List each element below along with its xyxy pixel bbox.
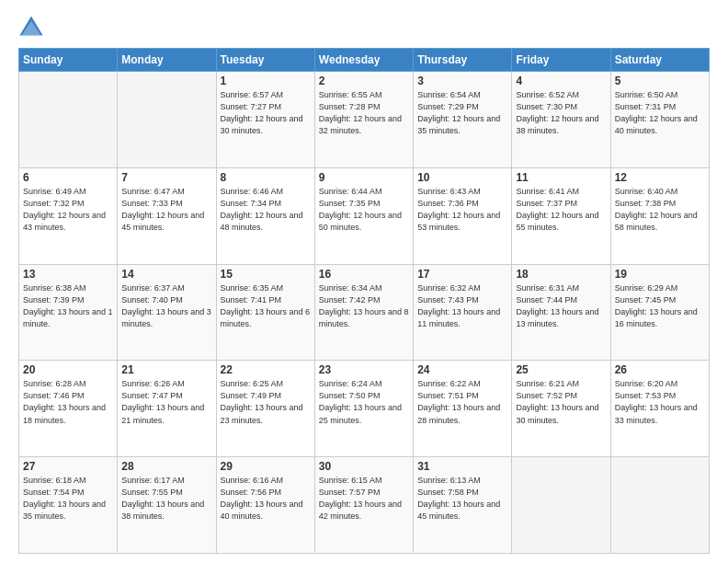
day-number: 29 [221,460,311,473]
calendar-cell: 18Sunrise: 6:31 AMSunset: 7:44 PMDayligh… [512,264,610,361]
day-number: 27 [23,460,113,473]
day-info: Sunrise: 6:21 AMSunset: 7:52 PMDaylight:… [516,378,606,426]
calendar-cell: 15Sunrise: 6:35 AMSunset: 7:41 PMDayligh… [216,264,314,361]
calendar-cell: 14Sunrise: 6:37 AMSunset: 7:40 PMDayligh… [118,264,216,361]
day-number: 28 [121,460,211,473]
calendar-cell: 23Sunrise: 6:24 AMSunset: 7:50 PMDayligh… [314,361,413,457]
calendar-cell: 8Sunrise: 6:46 AMSunset: 7:34 PMDaylight… [216,167,314,264]
day-number: 16 [319,268,409,281]
day-info: Sunrise: 6:57 AMSunset: 7:27 PMDaylight:… [221,89,311,137]
day-number: 18 [516,268,606,281]
day-number: 9 [319,171,409,184]
week-row-1: 1Sunrise: 6:57 AMSunset: 7:27 PMDaylight… [19,72,710,168]
day-info: Sunrise: 6:41 AMSunset: 7:37 PMDaylight:… [516,186,606,234]
day-number: 7 [121,171,211,184]
day-number: 5 [615,75,705,87]
logo-icon [18,15,44,40]
calendar-cell: 17Sunrise: 6:32 AMSunset: 7:43 PMDayligh… [414,264,512,361]
calendar-table: SundayMondayTuesdayWednesdayThursdayFrid… [18,48,710,554]
calendar-cell: 20Sunrise: 6:28 AMSunset: 7:46 PMDayligh… [19,361,118,457]
day-info: Sunrise: 6:13 AMSunset: 7:58 PMDaylight:… [417,475,507,523]
day-number: 11 [516,171,606,184]
day-header-thursday: Thursday [414,49,512,72]
day-number: 12 [615,171,705,184]
calendar-cell [610,457,709,554]
calendar-cell: 22Sunrise: 6:25 AMSunset: 7:49 PMDayligh… [216,361,314,457]
day-header-tuesday: Tuesday [216,49,314,72]
day-info: Sunrise: 6:28 AMSunset: 7:46 PMDaylight:… [23,378,113,426]
calendar-cell: 24Sunrise: 6:22 AMSunset: 7:51 PMDayligh… [414,361,512,457]
day-number: 2 [319,75,409,87]
day-info: Sunrise: 6:22 AMSunset: 7:51 PMDaylight:… [417,378,507,426]
day-info: Sunrise: 6:40 AMSunset: 7:38 PMDaylight:… [615,186,705,234]
calendar-cell: 11Sunrise: 6:41 AMSunset: 7:37 PMDayligh… [512,167,610,264]
day-header-monday: Monday [118,49,216,72]
logo-area [18,15,46,40]
calendar-cell: 6Sunrise: 6:49 AMSunset: 7:32 PMDaylight… [19,167,118,264]
day-number: 20 [23,363,113,376]
calendar-cell: 28Sunrise: 6:17 AMSunset: 7:55 PMDayligh… [118,457,216,554]
day-number: 10 [417,171,507,184]
header [18,15,710,40]
day-number: 8 [221,171,311,184]
day-number: 1 [221,75,311,87]
calendar-cell: 31Sunrise: 6:13 AMSunset: 7:58 PMDayligh… [414,457,512,554]
day-number: 30 [319,460,409,473]
day-info: Sunrise: 6:55 AMSunset: 7:28 PMDaylight:… [319,89,409,137]
calendar-cell: 21Sunrise: 6:26 AMSunset: 7:47 PMDayligh… [118,361,216,457]
day-info: Sunrise: 6:52 AMSunset: 7:30 PMDaylight:… [516,89,606,137]
day-info: Sunrise: 6:34 AMSunset: 7:42 PMDaylight:… [319,282,409,330]
calendar-cell [118,72,216,168]
day-info: Sunrise: 6:25 AMSunset: 7:49 PMDaylight:… [221,378,311,426]
calendar-cell: 19Sunrise: 6:29 AMSunset: 7:45 PMDayligh… [610,264,709,361]
day-info: Sunrise: 6:43 AMSunset: 7:36 PMDaylight:… [417,186,507,234]
calendar-cell [19,72,118,168]
day-number: 14 [121,268,211,281]
day-number: 23 [319,363,409,376]
calendar-cell: 4Sunrise: 6:52 AMSunset: 7:30 PMDaylight… [512,72,610,168]
calendar-cell: 27Sunrise: 6:18 AMSunset: 7:54 PMDayligh… [19,457,118,554]
calendar-cell: 1Sunrise: 6:57 AMSunset: 7:27 PMDaylight… [216,72,314,168]
day-number: 31 [417,460,507,473]
calendar-cell: 7Sunrise: 6:47 AMSunset: 7:33 PMDaylight… [118,167,216,264]
page: SundayMondayTuesdayWednesdayThursdayFrid… [0,0,728,563]
day-info: Sunrise: 6:31 AMSunset: 7:44 PMDaylight:… [516,282,606,330]
calendar-cell: 16Sunrise: 6:34 AMSunset: 7:42 PMDayligh… [314,264,413,361]
day-info: Sunrise: 6:54 AMSunset: 7:29 PMDaylight:… [417,89,507,137]
day-info: Sunrise: 6:26 AMSunset: 7:47 PMDaylight:… [121,378,211,426]
day-info: Sunrise: 6:37 AMSunset: 7:40 PMDaylight:… [121,282,211,330]
day-number: 6 [23,171,113,184]
calendar-cell: 26Sunrise: 6:20 AMSunset: 7:53 PMDayligh… [610,361,709,457]
day-number: 19 [615,268,705,281]
day-info: Sunrise: 6:15 AMSunset: 7:57 PMDaylight:… [319,475,409,523]
day-info: Sunrise: 6:50 AMSunset: 7:31 PMDaylight:… [615,89,705,137]
day-info: Sunrise: 6:18 AMSunset: 7:54 PMDaylight:… [23,475,113,523]
day-info: Sunrise: 6:38 AMSunset: 7:39 PMDaylight:… [23,282,113,330]
day-info: Sunrise: 6:17 AMSunset: 7:55 PMDaylight:… [121,475,211,523]
day-number: 24 [417,363,507,376]
calendar-cell: 3Sunrise: 6:54 AMSunset: 7:29 PMDaylight… [414,72,512,168]
day-number: 3 [417,75,507,87]
calendar-cell: 29Sunrise: 6:16 AMSunset: 7:56 PMDayligh… [216,457,314,554]
day-number: 15 [221,268,311,281]
header-row: SundayMondayTuesdayWednesdayThursdayFrid… [19,49,710,72]
day-number: 22 [221,363,311,376]
day-info: Sunrise: 6:24 AMSunset: 7:50 PMDaylight:… [319,378,409,426]
day-info: Sunrise: 6:32 AMSunset: 7:43 PMDaylight:… [417,282,507,330]
day-info: Sunrise: 6:29 AMSunset: 7:45 PMDaylight:… [615,282,705,330]
calendar-body: 1Sunrise: 6:57 AMSunset: 7:27 PMDaylight… [19,72,710,554]
calendar-cell: 13Sunrise: 6:38 AMSunset: 7:39 PMDayligh… [19,264,118,361]
calendar-cell: 9Sunrise: 6:44 AMSunset: 7:35 PMDaylight… [314,167,413,264]
calendar-cell: 12Sunrise: 6:40 AMSunset: 7:38 PMDayligh… [610,167,709,264]
day-info: Sunrise: 6:16 AMSunset: 7:56 PMDaylight:… [221,475,311,523]
day-header-friday: Friday [512,49,610,72]
week-row-3: 13Sunrise: 6:38 AMSunset: 7:39 PMDayligh… [19,264,710,361]
day-info: Sunrise: 6:44 AMSunset: 7:35 PMDaylight:… [319,186,409,234]
calendar-cell: 10Sunrise: 6:43 AMSunset: 7:36 PMDayligh… [414,167,512,264]
day-info: Sunrise: 6:20 AMSunset: 7:53 PMDaylight:… [615,378,705,426]
week-row-2: 6Sunrise: 6:49 AMSunset: 7:32 PMDaylight… [19,167,710,264]
day-number: 25 [516,363,606,376]
day-info: Sunrise: 6:46 AMSunset: 7:34 PMDaylight:… [221,186,311,234]
calendar-header: SundayMondayTuesdayWednesdayThursdayFrid… [19,49,710,72]
calendar-cell: 30Sunrise: 6:15 AMSunset: 7:57 PMDayligh… [314,457,413,554]
